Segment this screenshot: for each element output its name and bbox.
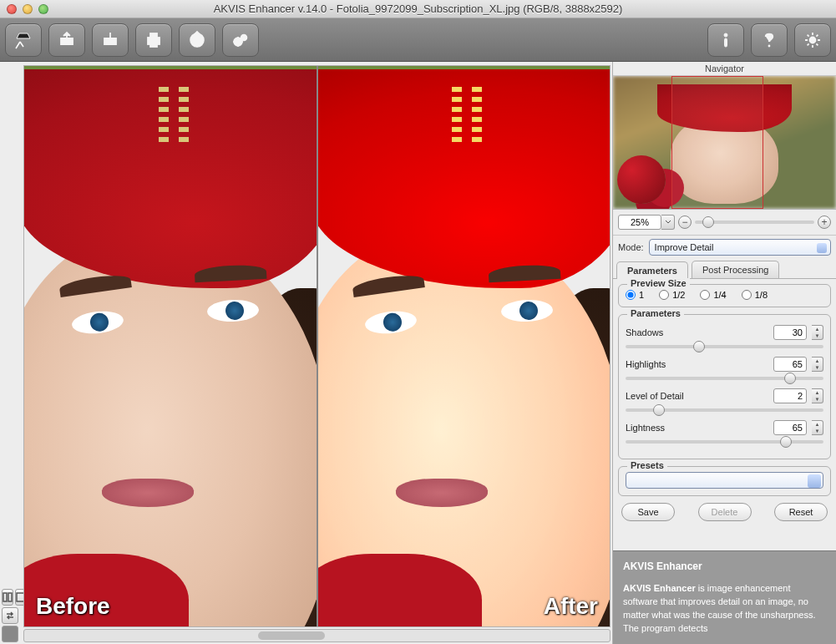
svg-rect-2 bbox=[150, 42, 157, 47]
parameters-legend: Parameters bbox=[627, 308, 684, 318]
swap-view-button[interactable] bbox=[2, 607, 18, 624]
preview-size-option-1-8[interactable]: 1/8 bbox=[742, 290, 768, 300]
param-slider[interactable] bbox=[626, 345, 823, 348]
svg-point-6 bbox=[724, 33, 727, 37]
mode-label: Mode: bbox=[618, 242, 644, 252]
param-value-input[interactable] bbox=[773, 325, 807, 340]
help-button[interactable] bbox=[751, 23, 788, 57]
svg-rect-1 bbox=[150, 33, 157, 38]
param-lightness: Lightness▲▼ bbox=[626, 420, 823, 444]
zoom-out-button[interactable]: − bbox=[678, 216, 692, 229]
preview-size-radio[interactable] bbox=[626, 290, 636, 300]
color-swatch-button[interactable] bbox=[2, 626, 18, 642]
preview-size-option-1-2[interactable]: 1/2 bbox=[659, 290, 685, 300]
zoom-slider[interactable] bbox=[695, 221, 814, 224]
param-stepper[interactable]: ▲▼ bbox=[812, 357, 823, 372]
before-pane: Before bbox=[24, 66, 318, 626]
param-stepper[interactable]: ▲▼ bbox=[812, 388, 823, 403]
param-value-input[interactable] bbox=[773, 388, 807, 403]
presets-select[interactable] bbox=[626, 472, 823, 489]
after-label: After bbox=[544, 593, 598, 620]
roses-decor bbox=[617, 155, 666, 204]
after-pane: After bbox=[318, 66, 611, 626]
svg-rect-11 bbox=[8, 593, 12, 601]
param-level-of-detail: Level of Detail▲▼ bbox=[626, 388, 823, 412]
save-button-toolbar[interactable] bbox=[92, 23, 129, 57]
preview-size-label: 1/2 bbox=[672, 290, 685, 300]
preview-size-group: Preview Size 11/21/41/8 bbox=[618, 284, 831, 307]
preview-size-radio[interactable] bbox=[700, 290, 710, 300]
param-slider[interactable] bbox=[626, 408, 823, 412]
horizontal-scrollbar[interactable] bbox=[23, 629, 611, 642]
preview-size-label: 1/8 bbox=[755, 290, 768, 300]
delete-button[interactable]: Delete bbox=[698, 503, 752, 521]
zoom-controls: − + bbox=[613, 210, 836, 236]
settings-button[interactable] bbox=[794, 23, 831, 57]
parameters-group: Parameters Shadows▲▼Highlights▲▼Level of… bbox=[618, 314, 831, 459]
param-label: Shadows bbox=[626, 327, 768, 337]
preview-size-label: 1/4 bbox=[713, 290, 726, 300]
param-slider[interactable] bbox=[626, 440, 823, 444]
zoom-in-button[interactable]: + bbox=[818, 216, 831, 229]
window-title: AKVIS Enhancer v.14.0 - Fotolia_9972099_… bbox=[0, 3, 836, 15]
publish-button[interactable] bbox=[179, 23, 215, 57]
param-label: Lightness bbox=[626, 423, 768, 433]
navigator-view-rect[interactable] bbox=[671, 76, 763, 209]
preview-size-option-1-4[interactable]: 1/4 bbox=[700, 290, 726, 300]
zoom-input[interactable] bbox=[618, 215, 661, 230]
info-heading: AKVIS Enhancer bbox=[623, 560, 826, 574]
param-label: Highlights bbox=[626, 359, 768, 369]
param-highlights: Highlights▲▼ bbox=[626, 357, 823, 380]
navigator-title: Navigator bbox=[613, 62, 836, 76]
main-toolbar bbox=[0, 18, 836, 62]
mode-select[interactable]: Improve Detail bbox=[649, 239, 831, 256]
layout-split-button[interactable] bbox=[2, 589, 13, 606]
print-button[interactable] bbox=[135, 23, 172, 57]
window-titlebar: AKVIS Enhancer v.14.0 - Fotolia_9972099_… bbox=[0, 0, 836, 18]
batch-button[interactable] bbox=[222, 23, 259, 57]
preview-size-option-1[interactable]: 1 bbox=[626, 290, 644, 300]
tab-bar: Parameters Post Processing bbox=[613, 261, 836, 279]
svg-point-5 bbox=[241, 34, 247, 40]
presets-group: Presets bbox=[618, 466, 831, 496]
svg-point-8 bbox=[768, 44, 771, 47]
image-viewer[interactable]: Before After bbox=[23, 65, 611, 627]
param-stepper[interactable]: ▲▼ bbox=[812, 325, 823, 340]
canvas-area: Before After bbox=[20, 62, 612, 644]
preset-buttons-row: Save Delete Reset bbox=[613, 498, 836, 526]
tab-post-processing[interactable]: Post Processing bbox=[692, 261, 779, 278]
preview-size-radio[interactable] bbox=[659, 290, 669, 300]
left-tool-strip bbox=[0, 62, 20, 644]
svg-point-9 bbox=[810, 37, 816, 43]
before-label: Before bbox=[36, 593, 110, 620]
param-value-input[interactable] bbox=[773, 357, 807, 372]
param-label: Level of Detail bbox=[626, 391, 768, 401]
navigator-thumbnail[interactable] bbox=[613, 76, 836, 210]
save-button[interactable]: Save bbox=[621, 503, 675, 521]
param-shadows: Shadows▲▼ bbox=[626, 325, 823, 348]
reset-button[interactable]: Reset bbox=[774, 503, 828, 521]
info-panel: AKVIS Enhancer AKVIS Enhancer is image e… bbox=[613, 550, 836, 644]
param-value-input[interactable] bbox=[773, 420, 807, 435]
preview-size-radio[interactable] bbox=[742, 290, 752, 300]
presets-legend: Presets bbox=[627, 460, 667, 470]
zoom-dropdown[interactable] bbox=[661, 215, 675, 230]
param-slider[interactable] bbox=[626, 377, 823, 380]
right-panel: Navigator − + Mode: Improve Detail Param… bbox=[612, 62, 836, 644]
mode-row: Mode: Improve Detail bbox=[613, 236, 836, 259]
app-logo-button[interactable] bbox=[5, 23, 42, 57]
mode-value: Improve Detail bbox=[655, 242, 714, 252]
svg-rect-10 bbox=[3, 593, 7, 601]
tab-parameters[interactable]: Parameters bbox=[616, 261, 688, 279]
info-body: AKVIS Enhancer is image enhancement soft… bbox=[623, 582, 826, 636]
info-button[interactable] bbox=[707, 23, 744, 57]
svg-rect-7 bbox=[725, 38, 727, 47]
preview-size-legend: Preview Size bbox=[627, 278, 690, 288]
preview-size-label: 1 bbox=[639, 290, 644, 300]
param-stepper[interactable]: ▲▼ bbox=[812, 420, 823, 435]
open-button[interactable] bbox=[48, 23, 85, 57]
